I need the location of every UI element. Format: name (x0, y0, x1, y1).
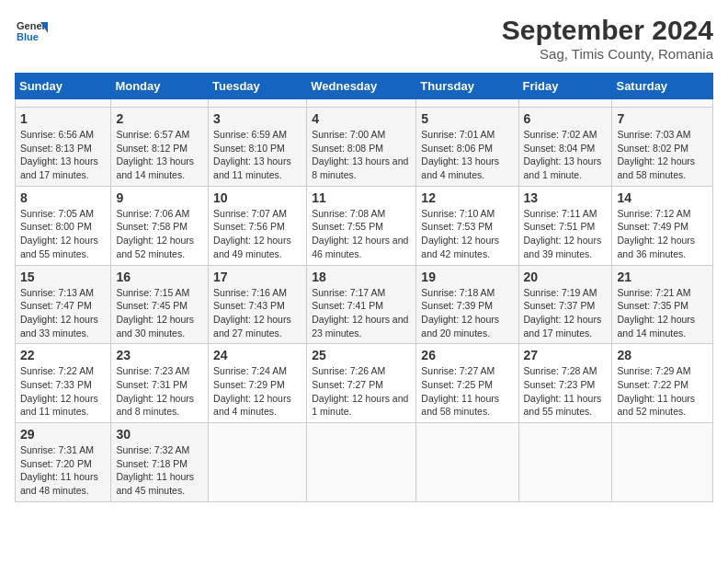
calendar-cell: 29Sunrise: 7:31 AM Sunset: 7:20 PM Dayli… (16, 423, 111, 502)
day-number: 10 (213, 190, 301, 205)
calendar-cell: 14Sunrise: 7:12 AM Sunset: 7:49 PM Dayli… (612, 186, 713, 265)
day-number: 8 (20, 190, 106, 205)
day-info: Sunrise: 7:19 AM Sunset: 7:37 PM Dayligh… (524, 286, 608, 340)
calendar-cell: 27Sunrise: 7:28 AM Sunset: 7:23 PM Dayli… (518, 344, 612, 423)
day-info: Sunrise: 7:27 AM Sunset: 7:25 PM Dayligh… (421, 364, 513, 419)
col-header-sunday: Sunday (16, 74, 111, 99)
logo-icon: General Blue (15, 15, 48, 48)
day-number: 24 (213, 348, 301, 362)
calendar-week-row: 8Sunrise: 7:05 AM Sunset: 8:00 PM Daylig… (16, 186, 713, 265)
calendar-cell (416, 423, 518, 502)
logo: General Blue (15, 15, 48, 48)
calendar-cell (307, 423, 416, 502)
day-info: Sunrise: 7:21 AM Sunset: 7:35 PM Dayligh… (617, 286, 708, 340)
page-title: September 2024 (502, 15, 713, 46)
calendar-cell: 7Sunrise: 7:03 AM Sunset: 8:02 PM Daylig… (612, 108, 713, 187)
calendar-week-row: 29Sunrise: 7:31 AM Sunset: 7:20 PM Dayli… (16, 423, 713, 502)
day-info: Sunrise: 7:01 AM Sunset: 8:06 PM Dayligh… (421, 128, 513, 182)
day-number: 17 (213, 270, 301, 284)
calendar-table: SundayMondayTuesdayWednesdayThursdayFrid… (15, 73, 713, 502)
day-info: Sunrise: 7:00 AM Sunset: 8:08 PM Dayligh… (312, 128, 411, 182)
day-info: Sunrise: 7:02 AM Sunset: 8:04 PM Dayligh… (524, 128, 608, 182)
day-number: 23 (116, 348, 203, 362)
calendar-cell: 5Sunrise: 7:01 AM Sunset: 8:06 PM Daylig… (416, 108, 518, 187)
col-header-thursday: Thursday (416, 74, 518, 99)
day-info: Sunrise: 7:22 AM Sunset: 7:33 PM Dayligh… (20, 364, 106, 419)
calendar-cell: 10Sunrise: 7:07 AM Sunset: 7:56 PM Dayli… (209, 186, 307, 265)
day-number: 28 (617, 348, 708, 362)
day-info: Sunrise: 7:03 AM Sunset: 8:02 PM Dayligh… (617, 128, 708, 182)
day-number: 15 (20, 270, 106, 284)
calendar-cell: 8Sunrise: 7:05 AM Sunset: 8:00 PM Daylig… (16, 186, 111, 265)
calendar-cell: 20Sunrise: 7:19 AM Sunset: 7:37 PM Dayli… (518, 265, 612, 344)
day-number: 22 (20, 348, 106, 362)
calendar-cell: 21Sunrise: 7:21 AM Sunset: 7:35 PM Dayli… (612, 265, 713, 344)
day-number: 18 (312, 270, 411, 284)
calendar-week-row: 22Sunrise: 7:22 AM Sunset: 7:33 PM Dayli… (16, 344, 713, 423)
calendar-cell (16, 99, 111, 108)
calendar-cell: 24Sunrise: 7:24 AM Sunset: 7:29 PM Dayli… (209, 344, 307, 423)
calendar-cell: 3Sunrise: 6:59 AM Sunset: 8:10 PM Daylig… (209, 108, 307, 187)
calendar-cell: 1Sunrise: 6:56 AM Sunset: 8:13 PM Daylig… (16, 108, 111, 187)
calendar-cell: 13Sunrise: 7:11 AM Sunset: 7:51 PM Dayli… (518, 186, 612, 265)
col-header-wednesday: Wednesday (307, 74, 416, 99)
day-info: Sunrise: 6:59 AM Sunset: 8:10 PM Dayligh… (213, 128, 301, 182)
col-header-saturday: Saturday (612, 74, 713, 99)
day-number: 9 (116, 190, 203, 205)
col-header-friday: Friday (518, 74, 612, 99)
page-header: General Blue September 2024 Sag, Timis C… (15, 15, 713, 62)
day-info: Sunrise: 7:10 AM Sunset: 7:53 PM Dayligh… (421, 207, 513, 261)
col-header-monday: Monday (111, 74, 209, 99)
calendar-cell: 9Sunrise: 7:06 AM Sunset: 7:58 PM Daylig… (111, 186, 209, 265)
day-info: Sunrise: 7:24 AM Sunset: 7:29 PM Dayligh… (213, 364, 301, 419)
calendar-cell: 16Sunrise: 7:15 AM Sunset: 7:45 PM Dayli… (111, 265, 209, 344)
calendar-cell (307, 99, 416, 108)
day-info: Sunrise: 7:23 AM Sunset: 7:31 PM Dayligh… (116, 364, 203, 419)
day-info: Sunrise: 6:56 AM Sunset: 8:13 PM Dayligh… (20, 128, 106, 182)
day-number: 19 (421, 270, 513, 284)
calendar-cell: 4Sunrise: 7:00 AM Sunset: 8:08 PM Daylig… (307, 108, 416, 187)
calendar-cell (518, 99, 612, 108)
calendar-cell: 30Sunrise: 7:32 AM Sunset: 7:18 PM Dayli… (111, 423, 209, 502)
calendar-cell: 19Sunrise: 7:18 AM Sunset: 7:39 PM Dayli… (416, 265, 518, 344)
day-info: Sunrise: 7:05 AM Sunset: 8:00 PM Dayligh… (20, 207, 106, 261)
day-info: Sunrise: 6:57 AM Sunset: 8:12 PM Dayligh… (116, 128, 203, 182)
day-number: 7 (617, 111, 708, 126)
day-number: 13 (524, 190, 608, 205)
calendar-cell (612, 99, 713, 108)
calendar-cell (612, 423, 713, 502)
day-number: 20 (524, 270, 608, 284)
day-number: 4 (312, 111, 411, 126)
calendar-cell (209, 423, 307, 502)
calendar-cell: 17Sunrise: 7:16 AM Sunset: 7:43 PM Dayli… (209, 265, 307, 344)
day-number: 16 (116, 270, 203, 284)
calendar-cell: 12Sunrise: 7:10 AM Sunset: 7:53 PM Dayli… (416, 186, 518, 265)
day-number: 12 (421, 190, 513, 205)
calendar-cell: 2Sunrise: 6:57 AM Sunset: 8:12 PM Daylig… (111, 108, 209, 187)
day-number: 2 (116, 111, 203, 126)
calendar-cell: 28Sunrise: 7:29 AM Sunset: 7:22 PM Dayli… (612, 344, 713, 423)
calendar-cell (416, 99, 518, 108)
day-number: 3 (213, 111, 301, 126)
day-info: Sunrise: 7:08 AM Sunset: 7:55 PM Dayligh… (312, 207, 411, 261)
calendar-cell (518, 423, 612, 502)
calendar-cell (209, 99, 307, 108)
calendar-week-row: 1Sunrise: 6:56 AM Sunset: 8:13 PM Daylig… (16, 108, 713, 187)
calendar-cell: 25Sunrise: 7:26 AM Sunset: 7:27 PM Dayli… (307, 344, 416, 423)
day-info: Sunrise: 7:12 AM Sunset: 7:49 PM Dayligh… (617, 207, 708, 261)
day-info: Sunrise: 7:26 AM Sunset: 7:27 PM Dayligh… (312, 364, 411, 419)
day-number: 5 (421, 111, 513, 126)
day-info: Sunrise: 7:29 AM Sunset: 7:22 PM Dayligh… (617, 364, 708, 419)
day-number: 27 (524, 348, 608, 362)
day-info: Sunrise: 7:07 AM Sunset: 7:56 PM Dayligh… (213, 207, 301, 261)
day-number: 1 (20, 111, 106, 126)
calendar-week-row: 15Sunrise: 7:13 AM Sunset: 7:47 PM Dayli… (16, 265, 713, 344)
day-number: 11 (312, 190, 411, 205)
title-block: September 2024 Sag, Timis County, Romani… (502, 15, 713, 62)
day-info: Sunrise: 7:06 AM Sunset: 7:58 PM Dayligh… (116, 207, 203, 261)
day-info: Sunrise: 7:28 AM Sunset: 7:23 PM Dayligh… (524, 364, 608, 419)
svg-text:Blue: Blue (17, 31, 39, 42)
day-info: Sunrise: 7:18 AM Sunset: 7:39 PM Dayligh… (421, 286, 513, 340)
calendar-cell: 26Sunrise: 7:27 AM Sunset: 7:25 PM Dayli… (416, 344, 518, 423)
day-number: 6 (524, 111, 608, 126)
